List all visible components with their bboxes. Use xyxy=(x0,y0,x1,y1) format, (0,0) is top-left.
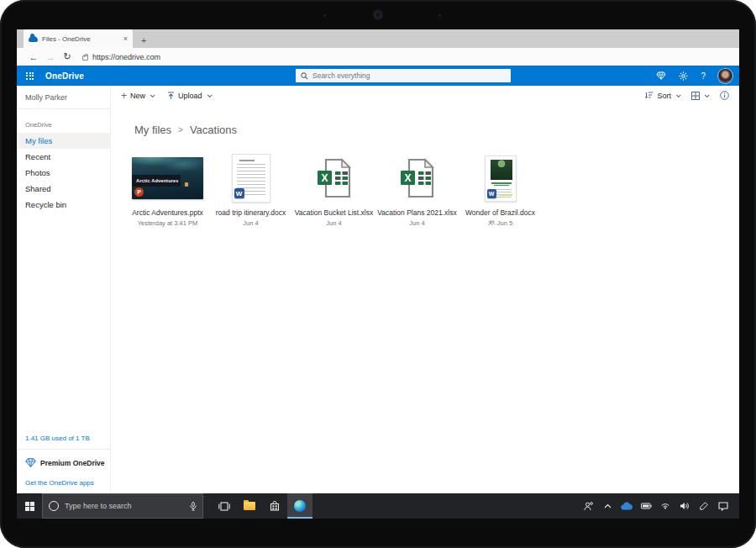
sensor-dot xyxy=(438,14,441,17)
windows-taskbar xyxy=(17,493,739,519)
page-content: Molly Parker OneDrive My files Recent Ph… xyxy=(17,86,739,493)
app-launcher-icon[interactable] xyxy=(26,72,34,80)
sidebar-item-recycle-bin[interactable]: Recycle bin xyxy=(17,197,110,213)
onedrive-cloud-icon[interactable] xyxy=(621,503,633,510)
file-explorer-button[interactable] xyxy=(237,493,262,519)
upload-button[interactable]: Upload xyxy=(167,92,211,100)
refresh-icon[interactable]: ↻ xyxy=(59,51,76,62)
breadcrumb-current[interactable]: Vacations xyxy=(190,124,237,136)
doc-title-line xyxy=(494,185,509,187)
file-explorer-icon xyxy=(244,502,255,510)
doc-title-line xyxy=(491,182,512,184)
edge-icon xyxy=(294,500,306,512)
command-bar: + New Upload Sort xyxy=(111,86,739,105)
taskbar-search-box[interactable] xyxy=(42,493,203,519)
browser-tab-strip: Files - OneDrive × + xyxy=(17,29,739,48)
storage-usage-link[interactable]: 1.41 GB used of 1 TB xyxy=(17,435,110,450)
taskbar-search-input[interactable] xyxy=(65,502,155,510)
grid-view-icon xyxy=(691,92,700,100)
file-date: Jun 4 xyxy=(326,219,341,227)
file-date: Jun 5 xyxy=(488,219,512,227)
svg-text:X: X xyxy=(404,172,411,184)
sidebar-section-label: OneDrive xyxy=(17,109,110,133)
app-title[interactable]: OneDrive xyxy=(45,71,84,81)
sort-button[interactable]: Sort xyxy=(645,92,680,100)
docx-thumbnail: W xyxy=(232,154,270,203)
search-input[interactable] xyxy=(312,71,506,80)
browser-tab[interactable]: Files - OneDrive × xyxy=(24,29,133,48)
url-field[interactable]: https://onedrive.com xyxy=(82,53,160,61)
back-icon[interactable]: ← xyxy=(25,52,42,62)
microsoft-store-button[interactable] xyxy=(262,493,287,519)
edge-button[interactable] xyxy=(287,493,312,519)
onedrive-header: OneDrive ? xyxy=(17,66,739,86)
xlsx-icon: X xyxy=(398,157,437,199)
help-icon[interactable]: ? xyxy=(701,71,706,81)
powerpoint-icon: P xyxy=(134,187,144,197)
chevron-down-icon xyxy=(676,92,681,97)
onedrive-cloud-favicon xyxy=(29,36,38,42)
task-view-button[interactable] xyxy=(212,493,237,519)
premium-row[interactable]: Premium OneDrive xyxy=(17,450,110,476)
browser-address-bar: ← → ↻ https://onedrive.com xyxy=(17,48,739,66)
upload-icon xyxy=(167,92,175,100)
file-name: Wonder of Brazil.docx xyxy=(465,208,535,217)
user-avatar[interactable] xyxy=(718,69,732,83)
file-tile-road-trip-itinerary[interactable]: W road trip itinerary.docx Jun 4 xyxy=(209,153,292,227)
thumbnail-title-text: Arctic Adventures xyxy=(132,175,181,187)
layout-toggle-button[interactable] xyxy=(691,92,708,100)
tablet-bezel: Files - OneDrive × + ← → ↻ https://onedr… xyxy=(0,0,756,548)
rainforest-image xyxy=(491,160,512,180)
volume-icon[interactable] xyxy=(679,502,690,510)
settings-gear-icon[interactable] xyxy=(679,71,688,81)
word-icon: W xyxy=(234,188,244,198)
battery-icon[interactable] xyxy=(640,503,652,509)
new-tab-button[interactable]: + xyxy=(141,35,146,48)
sidebar-item-recent[interactable]: Recent xyxy=(17,149,110,165)
search-box[interactable] xyxy=(296,69,511,82)
people-icon[interactable] xyxy=(582,502,594,511)
get-apps-link[interactable]: Get the OneDrive apps xyxy=(17,476,110,487)
start-button[interactable] xyxy=(17,493,42,519)
task-view-icon xyxy=(218,502,230,511)
url-text: https://onedrive.com xyxy=(92,53,160,61)
hidden-icons-chevron[interactable] xyxy=(601,503,613,508)
header-actions: ? xyxy=(656,66,732,86)
sidebar-user-name: Molly Parker xyxy=(17,86,110,109)
word-icon: W xyxy=(487,189,496,198)
file-name: Arctic Adventures.pptx xyxy=(132,208,203,217)
premium-diamond-icon[interactable] xyxy=(656,71,666,80)
sidebar-item-shared[interactable]: Shared xyxy=(17,181,110,197)
view-controls: Sort xyxy=(645,91,729,100)
file-tile-wonder-of-brazil[interactable]: W Wonder of Brazil.docx Jun 5 xyxy=(459,153,542,227)
sort-icon xyxy=(645,92,654,99)
network-icon[interactable] xyxy=(659,503,671,510)
file-grid: Arctic Adventures P Arctic Adventures.pp… xyxy=(126,153,739,227)
chevron-down-icon xyxy=(705,92,710,97)
doc-title-line xyxy=(239,160,255,161)
shared-people-icon xyxy=(488,220,495,226)
system-tray xyxy=(582,493,739,519)
tent-graphic xyxy=(181,179,192,187)
microphone-icon[interactable] xyxy=(190,502,197,511)
breadcrumb-root[interactable]: My files xyxy=(134,124,171,136)
file-tile-vacation-bucket-list[interactable]: X Vacation Bucket List.xlsx Jun 4 xyxy=(292,153,375,227)
sidebar-item-my-files[interactable]: My files xyxy=(17,133,110,149)
windows-ink-pen-icon[interactable] xyxy=(698,502,710,510)
sidebar: Molly Parker OneDrive My files Recent Ph… xyxy=(17,86,111,493)
forward-icon: → xyxy=(42,52,59,62)
store-icon xyxy=(270,501,280,511)
screen: Files - OneDrive × + ← → ↻ https://onedr… xyxy=(17,29,739,519)
new-button[interactable]: + New xyxy=(121,92,154,100)
file-date: Jun 4 xyxy=(409,219,424,227)
file-tile-arctic-adventures[interactable]: Arctic Adventures P Arctic Adventures.pp… xyxy=(126,153,209,227)
doc-highlight-line xyxy=(499,194,512,196)
file-tile-vacation-plans-2021[interactable]: X Vacation Plans 2021.xlsx Jun 4 xyxy=(375,153,459,227)
file-date: Jun 4 xyxy=(243,219,258,227)
info-icon[interactable] xyxy=(720,91,729,100)
tab-close-icon[interactable]: × xyxy=(123,34,128,43)
pptx-thumbnail: Arctic Adventures P xyxy=(132,157,203,199)
action-center-icon[interactable] xyxy=(717,502,729,510)
tab-title: Files - OneDrive xyxy=(42,35,119,43)
sidebar-item-photos[interactable]: Photos xyxy=(17,165,110,181)
